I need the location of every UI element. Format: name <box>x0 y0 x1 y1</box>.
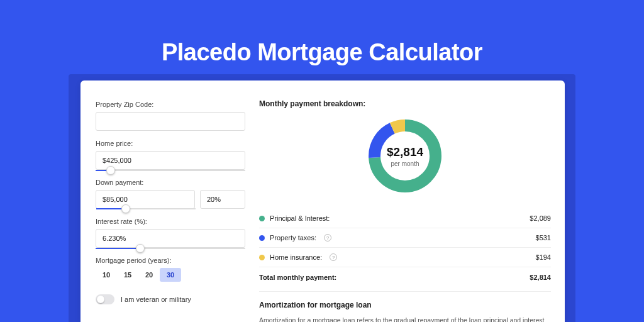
home-price-label: Home price: <box>96 140 245 147</box>
breakdown-heading: Monthly payment breakdown: <box>259 99 551 108</box>
interest-group: Interest rate (%): 6.230% <box>96 218 245 248</box>
info-icon[interactable]: ? <box>324 234 331 242</box>
legend-dot <box>259 216 265 221</box>
slider-thumb[interactable] <box>136 244 145 253</box>
slider-thumb[interactable] <box>106 166 115 175</box>
zip-input[interactable] <box>96 112 245 131</box>
legend-dot <box>259 255 265 260</box>
form-panel: Property Zip Code: Home price: $425,000 … <box>80 80 245 322</box>
veteran-toggle[interactable] <box>96 294 114 304</box>
period-group: Mortgage period (years): 10152030 <box>96 257 245 282</box>
legend-label: Property taxes: <box>270 234 316 242</box>
donut-chart: $2,814 per month <box>365 116 445 196</box>
legend-label: Principal & Interest: <box>270 214 330 222</box>
calculator-card: Property Zip Code: Home price: $425,000 … <box>80 80 565 322</box>
down-payment-input[interactable]: $85,000 <box>96 190 195 209</box>
period-option-30[interactable]: 30 <box>160 268 181 282</box>
period-option-10[interactable]: 10 <box>96 268 117 282</box>
donut-sub: per month <box>391 160 419 167</box>
total-label: Total monthly payment: <box>259 274 336 281</box>
down-payment-pct-input[interactable]: 20% <box>200 190 245 209</box>
down-payment-slider[interactable] <box>96 208 196 209</box>
legend-value: $531 <box>536 234 551 242</box>
legend-row: Principal & Interest:$2,089 <box>259 209 551 228</box>
slider-thumb[interactable] <box>121 204 130 213</box>
interest-label: Interest rate (%): <box>96 218 245 225</box>
page-title: Placedo Mortgage Calculator <box>0 0 644 66</box>
veteran-row: I am veteran or military <box>96 294 245 304</box>
donut-wrap: $2,814 per month <box>259 116 551 196</box>
amortization-heading: Amortization for mortgage loan <box>259 301 551 309</box>
breakdown-panel: Monthly payment breakdown: $2,814 per mo… <box>245 80 565 322</box>
period-options: 10152030 <box>96 268 245 282</box>
zip-group: Property Zip Code: <box>96 101 245 131</box>
legend-row: Property taxes:?$531 <box>259 228 551 248</box>
interest-input[interactable]: 6.230% <box>96 229 245 248</box>
down-payment-group: Down payment: $85,000 20% <box>96 179 245 209</box>
donut-amount: $2,814 <box>387 145 423 159</box>
breakdown-legend: Principal & Interest:$2,089Property taxe… <box>259 209 551 267</box>
period-option-15[interactable]: 15 <box>117 268 138 282</box>
home-price-input[interactable]: $425,000 <box>96 151 245 170</box>
zip-label: Property Zip Code: <box>96 101 245 108</box>
home-price-group: Home price: $425,000 <box>96 140 245 170</box>
amortization-section: Amortization for mortgage loan Amortizat… <box>259 291 551 322</box>
info-icon[interactable]: ? <box>330 253 337 261</box>
period-label: Mortgage period (years): <box>96 257 245 264</box>
interest-slider[interactable] <box>96 248 245 249</box>
down-payment-label: Down payment: <box>96 179 245 186</box>
period-option-20[interactable]: 20 <box>138 268 160 282</box>
home-price-slider[interactable] <box>96 170 245 171</box>
legend-row: Home insurance:?$194 <box>259 248 551 267</box>
legend-value: $194 <box>536 253 551 261</box>
total-value: $2,814 <box>530 274 551 281</box>
veteran-label: I am veteran or military <box>121 296 191 303</box>
amortization-body: Amortization for a mortgage loan refers … <box>259 316 551 322</box>
legend-label: Home insurance: <box>270 253 322 261</box>
total-row: Total monthly payment: $2,814 <box>259 267 551 291</box>
legend-dot <box>259 235 265 241</box>
legend-value: $2,089 <box>530 214 551 222</box>
